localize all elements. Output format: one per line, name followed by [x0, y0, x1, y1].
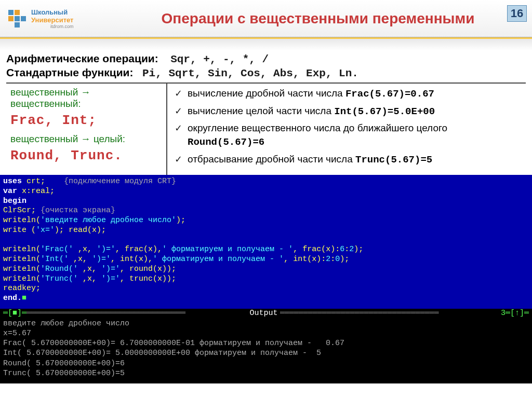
trunc-desc: ✓ отбрасывание дробной части числа Trunc… [175, 153, 524, 167]
info-box: вещественный → вещественный: Frac, Int; … [6, 83, 526, 175]
std-funcs-line: Стандартные функции: Pi, Sqrt, Sin, Cos,… [6, 66, 526, 79]
arith-ops: Sqr, +, -, *, / [170, 53, 269, 65]
check-icon: ✓ [175, 153, 182, 166]
frac-example: Frac(5.67)=0.67 [345, 88, 434, 100]
content-upper: Арифметические операции: Sqr, +, -, *, /… [0, 50, 532, 175]
slide-number-badge: 16 [507, 5, 527, 22]
right-box: ✓ вычисление дробной части числа Frac(5.… [167, 84, 526, 175]
svg-rect-2 [8, 16, 14, 21]
arithmetic-ops-line: Арифметические операции: Sqr, +, -, *, / [6, 52, 526, 65]
svg-rect-5 [15, 22, 20, 28]
svg-rect-0 [8, 10, 14, 15]
logo-line3: itdrom.com [31, 24, 73, 29]
left-box: вещественный → вещественный: Frac, Int; … [6, 84, 167, 175]
logo-line2: Университет [31, 16, 73, 24]
check-icon: ✓ [175, 122, 182, 134]
round-desc: ✓ округление вещественного числа до ближ… [175, 121, 524, 149]
logo-text: Школьный Университет itdrom.com [31, 8, 73, 29]
slide-header: Школьный Университет itdrom.com Операции… [0, 0, 532, 37]
logo-area: Школьный Университет itdrom.com [0, 8, 104, 30]
slide-title: Операции с вещественными переменными [104, 10, 532, 27]
round-example: Round(5.67)=6 [188, 136, 264, 148]
university-logo-icon [6, 8, 28, 30]
pascal-code-block: uses crt; {подключение модуля CRT} var x… [0, 175, 532, 309]
real-to-int-label: вещественный → целый: [10, 133, 161, 145]
arith-label: Арифметические операции: [6, 52, 158, 64]
output-header: ═[■]═ ══════════════════════════════════… [0, 309, 532, 318]
logo-line1: Школьный [31, 8, 73, 16]
check-icon: ✓ [175, 105, 182, 117]
int-example: Int(5.67)=5.0E+00 [334, 106, 435, 117]
int-desc: ✓ вычисление целой части числа Int(5.67)… [175, 104, 524, 119]
check-icon: ✓ [175, 87, 182, 100]
svg-rect-1 [15, 10, 20, 15]
output-window-num: 3═[↑]═ [501, 309, 529, 318]
frac-desc: ✓ вычисление дробной части числа Frac(5.… [175, 87, 524, 101]
output-block: введите любое дробное число x=5.67 Frac(… [0, 318, 532, 383]
output-label: Output [247, 309, 280, 318]
real-to-real-label: вещественный → вещественный: [10, 87, 161, 109]
std-label: Стандартные функции: [6, 66, 133, 78]
std-funcs: Pi, Sqrt, Sin, Cos, Abs, Exp, Ln. [142, 67, 358, 79]
frac-int-funcs: Frac, Int; [10, 113, 161, 128]
gray-bar [0, 39, 532, 50]
trunc-example: Trunc(5.67)=5 [355, 154, 432, 166]
svg-rect-3 [15, 16, 20, 21]
svg-rect-4 [21, 16, 26, 21]
round-trunc-funcs: Round, Trunc. [10, 148, 161, 163]
